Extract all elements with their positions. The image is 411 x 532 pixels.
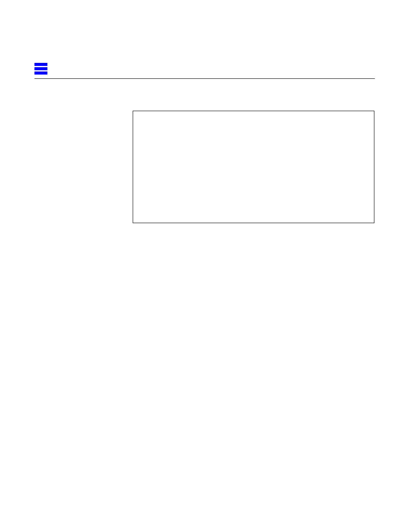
document-page	[0, 0, 411, 532]
header-divider	[34, 78, 375, 79]
content-frame	[133, 111, 374, 223]
svg-rect-0	[34, 63, 47, 66]
menu-bars-icon	[34, 63, 47, 75]
svg-rect-2	[34, 72, 47, 75]
svg-rect-1	[34, 67, 47, 70]
